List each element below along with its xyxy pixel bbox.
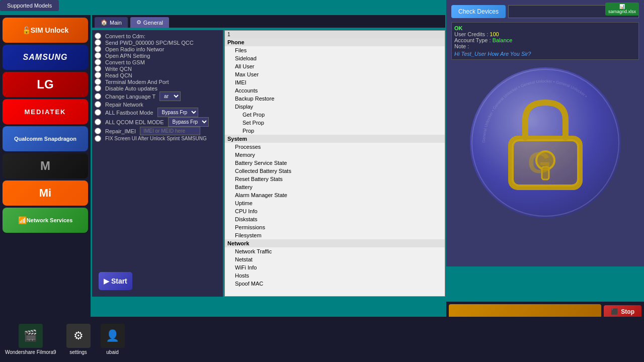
tree-sideload[interactable]: Sideload (225, 54, 445, 62)
brand-label-samsung: SAMSUNG (23, 53, 68, 62)
taskbar-item-filmora[interactable]: 🎬 Wondershare Filmora9 (5, 324, 56, 355)
supported-models-tab[interactable]: Supported Models (0, 0, 59, 11)
tree-alarm[interactable]: Alarm Manager State (225, 191, 445, 199)
tree-accounts[interactable]: Accounts (225, 86, 445, 95)
tree-max-user[interactable]: Max User (225, 70, 445, 78)
radio-fix-screen[interactable] (95, 135, 101, 142)
tree-battery[interactable]: Battery (225, 183, 445, 191)
radio-disable-auto[interactable] (95, 85, 101, 92)
settings-icon: ⚙ (66, 324, 91, 348)
option-fix-screen[interactable]: FIX Screen UI After Unlock Sprint SAMSUN… (95, 135, 220, 142)
qcom-select[interactable]: Bypass Frp (168, 117, 209, 127)
tree-hosts[interactable]: Hosts (225, 272, 445, 280)
option-terminal[interactable]: Terminal Modem And Port (95, 78, 220, 85)
radio-repair-imei[interactable] (95, 128, 101, 134)
stop-icon: ⬛ (611, 308, 618, 315)
radio-convert-cdm[interactable] (95, 33, 101, 39)
options-panel: Convert to Cdm: Send PWD_000000 SPC/MSL … (92, 30, 223, 297)
brand-xiaomi[interactable]: Mi (3, 180, 88, 206)
radio-open-radio[interactable] (95, 46, 101, 52)
tab-main[interactable]: 🏠 Main (95, 17, 128, 28)
option-all-fastboot[interactable]: ALL Fastboot Mode Bypass Frp (95, 108, 220, 117)
radio-write-qcn[interactable] (95, 65, 101, 72)
content-tabs-bar: 🏠 Main ⚙ General (92, 15, 445, 28)
tree-spoof-mac[interactable]: Spoof MAC (225, 280, 445, 288)
brand-mediatek[interactable]: MEDIATEK (3, 99, 88, 124)
radio-repair-network[interactable] (95, 101, 101, 108)
tree-files[interactable]: Files (225, 46, 445, 54)
tree-collected-battery[interactable]: Collected Battery Stats (225, 167, 445, 175)
tree-number: 1 (225, 31, 445, 38)
imei-input[interactable] (140, 127, 200, 135)
brand-samsung[interactable]: SAMSUNG (3, 45, 88, 70)
tree-all-user[interactable]: All User (225, 62, 445, 70)
main-tab-icon: 🏠 (101, 19, 108, 26)
option-open-apn[interactable]: Open APN Setting (95, 52, 220, 59)
radio-all-qcom[interactable] (95, 119, 101, 125)
radio-read-qcn[interactable] (95, 72, 101, 78)
tree-prop[interactable]: Prop (225, 127, 445, 135)
tree-imei[interactable]: IMEI (225, 78, 445, 86)
radio-all-fastboot[interactable] (95, 109, 101, 116)
option-open-radio[interactable]: Open Radio info Networ (95, 46, 220, 52)
taskbar-item-ubaid[interactable]: 👤 ubaid (101, 324, 125, 355)
option-change-language[interactable]: Change Language T ar en (95, 92, 220, 101)
language-select[interactable]: ar en (159, 92, 181, 101)
lock-circle: G General Unlocker • General Unlocker • … (470, 67, 621, 218)
brand-label-xiaomi: Mi (39, 187, 51, 200)
option-convert-cdm[interactable]: Convert to Cdm: (95, 33, 220, 39)
excel-file[interactable]: 📊 samagrid.xlsx (605, 3, 639, 16)
tree-diskstats[interactable]: Diskstats (225, 215, 445, 223)
option-disable-auto[interactable]: Disable Auto updates (95, 85, 220, 92)
motorola-icon: M (40, 159, 50, 173)
brand-label-sim: SIM Unlock (31, 26, 68, 34)
tree-permissions[interactable]: Permissions (225, 223, 445, 231)
tree-processes[interactable]: Processes (225, 143, 445, 151)
radio-change-lang[interactable] (95, 93, 101, 100)
tree-reset-battery[interactable]: Reset Battery Stats (225, 175, 445, 183)
radio-send-pwd[interactable] (95, 39, 101, 46)
tree-memory[interactable]: Memory (225, 151, 445, 159)
brand-network-services[interactable]: 📶 Network Services (3, 208, 88, 233)
fastboot-select[interactable]: Bypass Frp (157, 108, 198, 117)
radio-convert-gsm[interactable] (95, 59, 101, 65)
option-write-qcn[interactable]: Write QCN (95, 65, 220, 72)
tree-network-traffic[interactable]: Network Traffic (225, 247, 445, 255)
settings-label: settings (69, 349, 87, 355)
tree-set-prop[interactable]: Set Prop (225, 119, 445, 127)
option-repair-network[interactable]: Repair Network (95, 101, 220, 108)
brand-lg[interactable]: LG (3, 72, 88, 97)
option-send-pwd[interactable]: Send PWD_000000 SPC/MSL QCC (95, 39, 220, 46)
tab-general[interactable]: ⚙ General (130, 17, 169, 28)
tree-network[interactable]: Network (225, 239, 445, 247)
tree-system[interactable]: System (225, 135, 445, 143)
general-tab-icon: ⚙ (136, 19, 141, 26)
tree-filesystem[interactable]: Filesystem (225, 231, 445, 239)
brand-qualcomm[interactable]: Qualcomm Snapdragon (3, 126, 88, 151)
radio-terminal[interactable] (95, 78, 101, 85)
status-ok: OK (454, 25, 636, 31)
brand-sim-unlock[interactable]: 🔓 SIM Unlock (3, 18, 88, 43)
option-repair-imei[interactable]: Repair_IMEI (95, 127, 220, 135)
brand-label-mediatek: MEDIATEK (25, 108, 66, 116)
tree-cpu[interactable]: CPU Info (225, 207, 445, 215)
option-convert-gsm[interactable]: Convert to GSM (95, 59, 220, 65)
option-read-qcn[interactable]: Read QCN (95, 72, 220, 78)
tree-uptime[interactable]: Uptime (225, 199, 445, 207)
tree-battery-service[interactable]: Battery Service State (225, 159, 445, 167)
radio-open-apn[interactable] (95, 52, 101, 59)
tree-get-prop[interactable]: Get Prop (225, 111, 445, 119)
tree-netstat[interactable]: Netstat (225, 255, 445, 263)
option-all-qcom[interactable]: ALL QCOM EDL MODE Bypass Frp (95, 117, 220, 127)
ubaid-icon: 👤 (101, 324, 125, 348)
check-devices-button[interactable]: Check Devices (451, 5, 506, 18)
tree-display[interactable]: Display (225, 103, 445, 111)
brand-motorola[interactable]: M (3, 153, 88, 178)
tree-wifi-info[interactable]: WiFi Info (225, 263, 445, 272)
tree-phone[interactable]: Phone (225, 38, 445, 46)
taskbar-item-settings[interactable]: ⚙ settings (66, 324, 91, 355)
tree-backup[interactable]: Backup Restore (225, 95, 445, 103)
start-button[interactable]: ▶ Start (99, 272, 132, 290)
network-services-icon: 📶 (18, 216, 27, 224)
taskbar: 🎬 Wondershare Filmora9 ⚙ settings 👤 ubai… (0, 317, 644, 362)
